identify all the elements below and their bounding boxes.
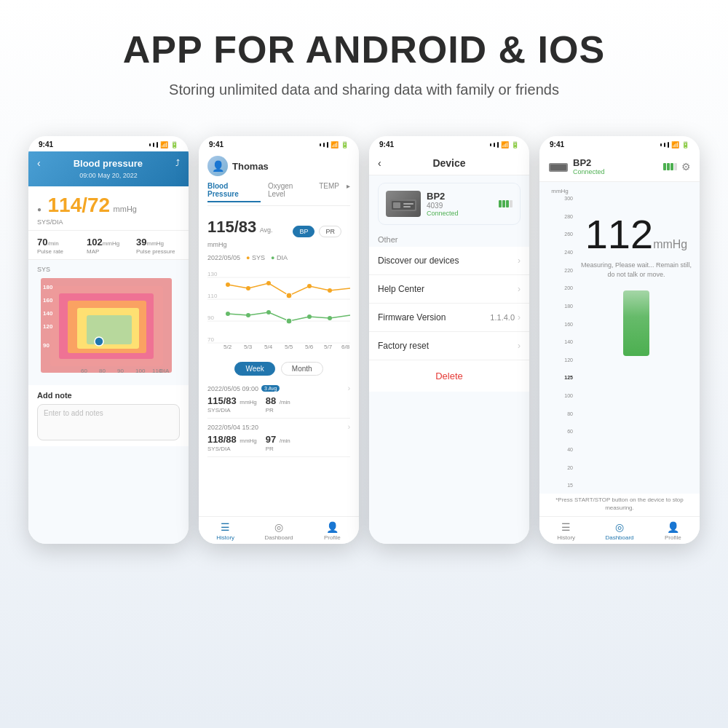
battery4-bar-3: [670, 163, 673, 170]
history2-values: 118/88 mmHg SYS/DIA 97 /min PR: [207, 432, 350, 452]
svg-rect-51: [550, 165, 566, 170]
history1-arrow-icon: ›: [348, 384, 350, 392]
scale-120: 120: [564, 357, 573, 363]
svg-point-35: [286, 318, 292, 324]
svg-text:5/5: 5/5: [285, 344, 293, 350]
discover-devices-item[interactable]: Discover our devices ›: [369, 247, 529, 275]
scale-labels: 300 280 260 240 220 200 180 160 140 120 …: [545, 196, 574, 488]
device-name-text: BP2: [427, 191, 493, 202]
svg-point-32: [226, 312, 230, 316]
phone2-header: 👤 Thomas Blood Pressure Oxygen Level TEM…: [199, 151, 359, 212]
phone4-nav-dashboard[interactable]: ◎ Dashboard: [593, 517, 646, 544]
svg-text:130: 130: [207, 271, 218, 277]
phone3: 9:41 📶 🔋 ‹ Device: [369, 136, 529, 544]
dashboard-icon4: ◎: [615, 521, 624, 533]
svg-text:60: 60: [81, 368, 87, 374]
nav-dashboard[interactable]: ◎ Dashboard: [252, 517, 305, 544]
phone4-connected-text: Connected: [573, 168, 605, 175]
svg-text:160: 160: [43, 297, 53, 304]
svg-text:120: 120: [43, 323, 53, 330]
svg-point-26: [226, 282, 230, 287]
phone2-body: 115/83 Avg.mmHg BP PR 2022/05/05 ● SYS: [199, 212, 359, 516]
nav-profile-label: Profile: [324, 534, 341, 541]
svg-point-33: [246, 313, 250, 317]
scale-100: 100: [564, 393, 573, 398]
firmware-version-item[interactable]: Firmware Version 1.1.4.0 ›: [369, 304, 529, 332]
tab-row: Blood Pressure Oxygen Level TEMP ▸: [207, 182, 350, 206]
history1-pr-val: 88: [266, 395, 276, 406]
nav-history[interactable]: ☰ History: [199, 517, 252, 544]
pp-label: Pulse pressure: [136, 248, 180, 255]
page-title: APP FOR ANDROID & IOS: [123, 29, 605, 71]
history-nav-icon: ☰: [221, 521, 230, 533]
measuring-status-text: Measuring, Please wait... Remain still, …: [579, 261, 694, 279]
pulse-stat: 70/min Pulse rate: [37, 235, 81, 255]
back-btn-icon[interactable]: ‹: [378, 157, 381, 169]
month-btn[interactable]: Month: [281, 362, 323, 376]
factory-reset-item[interactable]: Factory reset ›: [369, 332, 529, 360]
chart-legend: 2022/05/05 ● SYS ● DIA: [199, 253, 359, 263]
chevron-right-icon1: ›: [518, 256, 521, 266]
battery-bar-2: [502, 200, 505, 207]
dia-legend: DIA: [277, 254, 288, 261]
bp-stats: 70/min Pulse rate 102mmHg MAP 39mmHg Pul…: [28, 231, 189, 260]
svg-point-37: [328, 316, 332, 320]
firmware-version-text: Firmware Version: [378, 312, 446, 323]
scale-280: 280: [564, 214, 573, 219]
scale-80: 80: [567, 411, 573, 416]
scale-40: 40: [567, 447, 573, 452]
pp-stat: 39mmHg Pulse pressure: [136, 235, 180, 255]
help-center-item[interactable]: Help Center ›: [369, 275, 529, 304]
phone1-header: ‹ Blood pressure ⤴ 09:00 May 20, 2022: [28, 151, 189, 186]
chart-value-section: 115/83 Avg.mmHg: [207, 218, 273, 250]
history2-pr-val: 97: [266, 434, 276, 445]
tab-blood-pressure[interactable]: Blood Pressure: [207, 182, 261, 202]
history1-avg-badge: 3 Avg: [261, 385, 280, 392]
share-icon[interactable]: ⤴: [175, 158, 180, 168]
signal1: [149, 143, 151, 146]
phone1-time: 9:41: [39, 141, 53, 149]
history-item-2[interactable]: 2022/05/04 15:20 › 118/88 mmHg SYS/DIA 9…: [207, 419, 350, 457]
map-stat: 102mmHg MAP: [87, 235, 130, 255]
history2-val: 118/88: [207, 434, 237, 445]
phones-row: 9:41 📶 🔋 ‹ Blood pressure ⤴ 09:00 May 20…: [28, 136, 700, 544]
user-name: Thomas: [232, 161, 269, 172]
pr-btn[interactable]: PR: [319, 226, 341, 237]
week-btn[interactable]: Week: [234, 362, 274, 376]
tab-oxygen[interactable]: Oxygen Level: [268, 182, 312, 202]
bp-btn[interactable]: BP: [293, 226, 314, 237]
back-arrow-icon[interactable]: ‹: [37, 157, 41, 169]
svg-text:90: 90: [117, 368, 124, 374]
pulse-value: 70: [37, 237, 47, 248]
other-section-label: Other: [369, 232, 529, 247]
delete-button[interactable]: Delete: [369, 360, 529, 392]
pulse-label: Pulse rate: [37, 248, 81, 255]
svg-point-31: [328, 288, 332, 293]
chevron-right-icon2: ›: [518, 284, 521, 294]
add-note-input[interactable]: Enter to add notes: [37, 404, 180, 440]
settings-icon[interactable]: ⚙: [681, 161, 691, 173]
svg-point-36: [307, 314, 312, 319]
battery-bar-1: [499, 200, 502, 207]
map-unit: mmHg: [103, 240, 120, 247]
add-note-label: Add note: [37, 391, 180, 400]
history2-label: SYS/DIA: [207, 446, 257, 452]
phone1-header-top: ‹ Blood pressure ⤴: [37, 157, 180, 169]
history-icon4: ☰: [561, 521, 571, 533]
wifi-icon4: 📶: [671, 141, 679, 149]
measurement-value-row: 112 mmHg: [585, 199, 688, 255]
tab-temp[interactable]: TEMP: [319, 182, 339, 202]
scale-260: 260: [564, 232, 573, 237]
phone4-nav-history[interactable]: ☰ History: [539, 517, 593, 544]
phone3-time: 9:41: [379, 141, 394, 149]
page-subtitle: Storing unlimited data and sharing data …: [123, 79, 605, 100]
discover-devices-text: Discover our devices: [378, 256, 459, 266]
phone4-nav-profile[interactable]: 👤 Profile: [646, 517, 700, 544]
tab-more[interactable]: ▸: [347, 182, 350, 202]
history-item-1[interactable]: 2022/05/05 09:00 3 Avg › 115/83 mmHg SYS…: [207, 380, 350, 419]
phone4-nav-history-label: History: [557, 534, 575, 541]
add-note-section: Add note Enter to add notes: [28, 385, 189, 446]
phone4-device-info: BP2 Connected: [548, 157, 605, 175]
nav-profile[interactable]: 👤 Profile: [306, 517, 359, 544]
svg-text:90: 90: [207, 314, 214, 321]
